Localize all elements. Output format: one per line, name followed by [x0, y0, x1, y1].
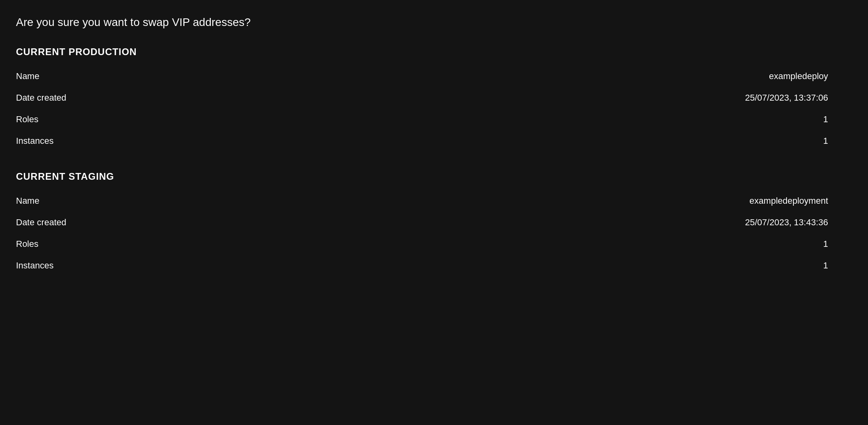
production-roles-row: Roles 1 — [16, 109, 852, 130]
production-roles-label: Roles — [16, 114, 136, 125]
staging-roles-row: Roles 1 — [16, 233, 852, 255]
production-instances-row: Instances 1 — [16, 130, 852, 152]
production-name-value: exampledeploy — [769, 71, 852, 81]
staging-date-label: Date created — [16, 217, 136, 228]
staging-roles-value: 1 — [823, 239, 852, 249]
production-date-label: Date created — [16, 93, 136, 103]
staging-name-value: exampledeployment — [749, 196, 852, 206]
staging-name-label: Name — [16, 196, 136, 206]
production-date-value: 25/07/2023, 13:37:06 — [745, 93, 852, 103]
production-date-row: Date created 25/07/2023, 13:37:06 — [16, 87, 852, 109]
production-instances-value: 1 — [823, 136, 852, 146]
staging-date-value: 25/07/2023, 13:43:36 — [745, 217, 852, 228]
staging-roles-label: Roles — [16, 239, 136, 249]
staging-name-row: Name exampledeployment — [16, 190, 852, 212]
production-roles-value: 1 — [823, 114, 852, 125]
dialog-title: Are you sure you want to swap VIP addres… — [16, 16, 852, 29]
production-instances-label: Instances — [16, 136, 136, 146]
staging-instances-label: Instances — [16, 260, 136, 271]
production-name-row: Name exampledeploy — [16, 66, 852, 87]
staging-date-row: Date created 25/07/2023, 13:43:36 — [16, 212, 852, 233]
staging-instances-row: Instances 1 — [16, 255, 852, 276]
staging-section: CURRENT STAGING Name exampledeployment D… — [16, 171, 852, 276]
production-name-label: Name — [16, 71, 136, 81]
production-section: CURRENT PRODUCTION Name exampledeploy Da… — [16, 46, 852, 152]
staging-instances-value: 1 — [823, 260, 852, 271]
staging-heading: CURRENT STAGING — [16, 171, 852, 182]
production-heading: CURRENT PRODUCTION — [16, 46, 852, 58]
